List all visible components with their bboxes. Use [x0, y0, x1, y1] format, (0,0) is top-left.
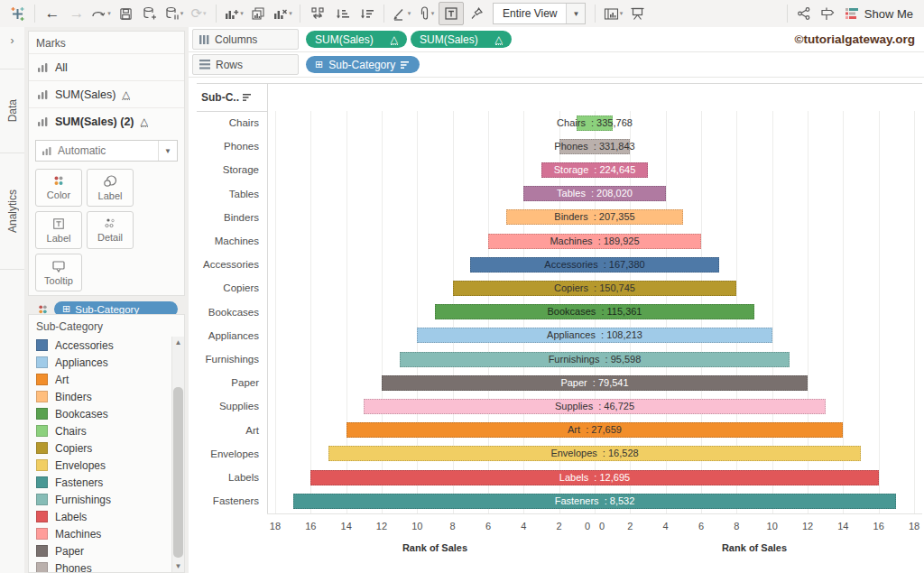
- legend-item-fasteners[interactable]: Fasteners: [29, 474, 184, 491]
- legend-item-label: Binders: [55, 391, 92, 403]
- columns-pill-sum-sales-1[interactable]: SUM(Sales) △: [306, 31, 407, 48]
- columns-pill-sum-sales-2[interactable]: SUM(Sales) △: [411, 31, 512, 48]
- size-button[interactable]: Label: [87, 169, 134, 207]
- sort-descending-button[interactable]: [355, 3, 378, 24]
- new-data-source-button[interactable]: [138, 3, 162, 24]
- legend-scrollbar[interactable]: ▲ ▼: [171, 337, 184, 572]
- new-worksheet-button[interactable]: ▾: [222, 3, 245, 24]
- highlight-button[interactable]: ▾: [390, 3, 413, 24]
- detail-button[interactable]: Detail: [87, 211, 134, 249]
- legend-item-machines[interactable]: Machines: [29, 525, 184, 542]
- tab-data-label: Data: [6, 99, 19, 122]
- axis-tick-4: 4: [521, 521, 526, 531]
- bar-chart-icon: [42, 146, 52, 156]
- sort-ascending-button[interactable]: [330, 3, 354, 24]
- duplicate-sheet-button[interactable]: [246, 3, 270, 24]
- legend-card: Sub-Category AccessoriesAppliancesArtBin…: [28, 314, 185, 573]
- legend-item-paper[interactable]: Paper: [29, 542, 184, 559]
- marks-card: Marks All SUM(Sales) △ SUM(Sales) (2) △ …: [28, 31, 185, 296]
- rows-shelf-box[interactable]: Rows: [192, 54, 299, 75]
- toolbar-separator: [787, 5, 788, 23]
- legend-item-bookcases[interactable]: Bookcases: [29, 405, 184, 422]
- tab-data[interactable]: Data: [0, 69, 24, 153]
- label-button[interactable]: Label: [35, 211, 82, 249]
- marks-layer-label: SUM(Sales): [55, 88, 116, 101]
- axis-tick-16: 16: [873, 521, 884, 531]
- fit-select[interactable]: Entire View ▼: [493, 3, 586, 24]
- rows-pill-sub-category[interactable]: ⊞ Sub-Category: [306, 56, 420, 73]
- axis-tick-10: 10: [767, 521, 778, 531]
- color-button[interactable]: Color: [35, 169, 82, 207]
- legend-list: AccessoriesAppliancesArtBindersBookcases…: [29, 337, 184, 572]
- legend-swatch: [36, 425, 48, 437]
- axis-tick-18: 18: [270, 521, 281, 531]
- table-calc-delta-icon: △: [122, 89, 129, 100]
- share-button[interactable]: [792, 3, 816, 24]
- legend-swatch: [36, 562, 48, 572]
- fix-axes-pin-button[interactable]: [465, 3, 488, 24]
- chart-sheet: Sub-C.. ChairsPhonesStorageTablesBinders…: [197, 83, 922, 573]
- show-hide-cards-button[interactable]: ▾: [601, 3, 624, 24]
- legend-item-furnishings[interactable]: Furnishings: [29, 491, 184, 508]
- color-button-label: Color: [47, 189, 70, 200]
- tab-analytics[interactable]: Analytics: [0, 153, 24, 270]
- color-icon: [52, 175, 65, 187]
- legend-item-binders[interactable]: Binders: [29, 388, 184, 405]
- axis-tick-12: 12: [802, 521, 813, 531]
- legend-item-label: Accessories: [55, 339, 114, 352]
- show-me-icon: [845, 7, 859, 20]
- legend-swatch: [36, 391, 48, 402]
- marks-card-title: Marks: [29, 32, 184, 53]
- group-paperclip-button[interactable]: ▾: [414, 3, 438, 24]
- scrollbar-thumb[interactable]: [173, 387, 183, 558]
- show-me-button[interactable]: Show Me: [839, 7, 919, 21]
- fit-select-value: Entire View: [494, 7, 566, 20]
- marks-layer-all[interactable]: All: [29, 53, 184, 80]
- axis-tick-14: 14: [837, 521, 848, 531]
- presentation-mode-button[interactable]: [625, 3, 649, 24]
- replay-button[interactable]: ▾: [89, 3, 113, 24]
- marks-layer-sum-sales[interactable]: SUM(Sales) △: [29, 80, 184, 107]
- axis-tick-8: 8: [450, 521, 456, 531]
- marks-layer-sum-sales-2[interactable]: SUM(Sales) (2) △: [29, 107, 184, 134]
- axis-title-right: Rank of Sales: [722, 542, 787, 553]
- legend-swatch: [36, 545, 48, 557]
- axis-tick-6: 6: [698, 521, 704, 531]
- legend-item-phones[interactable]: Phones: [29, 559, 184, 572]
- fit-select-caret-icon[interactable]: ▼: [566, 4, 585, 23]
- mark-type-caret-icon[interactable]: ▼: [158, 141, 171, 161]
- legend-item-envelopes[interactable]: Envelopes: [29, 457, 184, 474]
- save-button[interactable]: [114, 3, 137, 24]
- mark-type-select[interactable]: Automatic ▼: [35, 140, 178, 162]
- legend-item-copiers[interactable]: Copiers: [29, 439, 184, 457]
- axis-tick-10: 10: [411, 521, 422, 531]
- pause-auto-updates-button[interactable]: ▾: [162, 3, 186, 24]
- rows-shelf[interactable]: Rows ⊞ Sub-Category: [189, 52, 924, 78]
- clear-sheet-button[interactable]: ▾: [271, 3, 294, 24]
- bar-chart-icon: [37, 62, 49, 73]
- collapse-panel-chevron-icon[interactable]: ›: [0, 27, 24, 69]
- legend-swatch: [36, 408, 48, 420]
- run-update-button[interactable]: ⟳▾: [187, 3, 210, 24]
- tooltip-button[interactable]: Tooltip: [35, 254, 82, 291]
- columns-shelf[interactable]: Columns SUM(Sales) △ SUM(Sales) △ ©tutor…: [189, 27, 924, 52]
- scroll-up-icon[interactable]: ▲: [172, 337, 184, 348]
- legend-item-labels[interactable]: Labels: [29, 508, 184, 525]
- tableau-logo-icon: [5, 3, 29, 24]
- legend-item-chairs[interactable]: Chairs: [29, 422, 184, 439]
- columns-shelf-box[interactable]: Columns: [192, 29, 299, 50]
- scroll-down-icon[interactable]: ▼: [172, 560, 184, 572]
- swap-rows-columns-button[interactable]: [306, 3, 329, 24]
- legend-item-appliances[interactable]: Appliances: [29, 354, 184, 371]
- legend-item-art[interactable]: Art: [29, 371, 184, 388]
- side-tab-strip: › Data Analytics: [0, 27, 25, 573]
- legend-item-label: Chairs: [55, 425, 87, 438]
- toolbar-separator: [216, 5, 217, 23]
- legend-item-accessories[interactable]: Accessories: [29, 337, 184, 354]
- show-mark-labels-button[interactable]: [439, 2, 464, 25]
- undo-button[interactable]: ←: [41, 3, 64, 24]
- signpost-button[interactable]: [816, 3, 839, 24]
- redo-button[interactable]: →: [65, 3, 88, 24]
- legend-swatch: [36, 356, 48, 368]
- toolbar-separator: [595, 5, 596, 23]
